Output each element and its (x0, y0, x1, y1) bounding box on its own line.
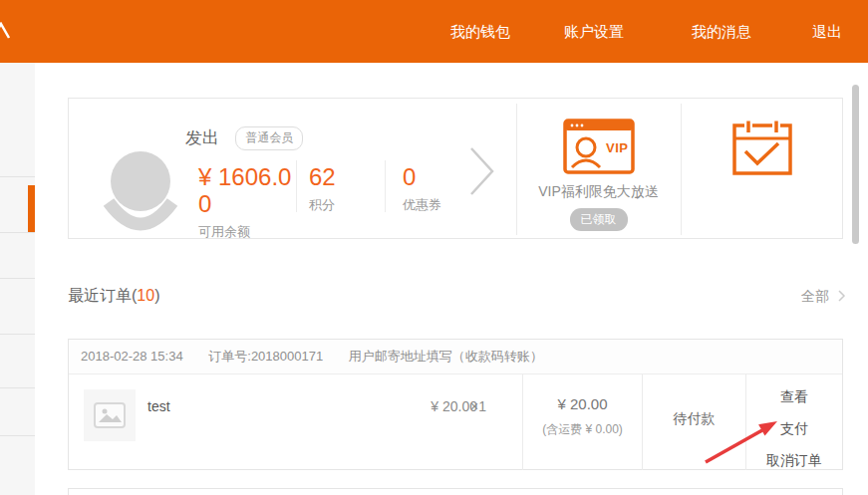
coupons-value: 0 (403, 164, 441, 191)
shipping-note: (含运费 ¥ 0.00) (523, 421, 642, 438)
coupons-label: 优惠券 (403, 196, 441, 214)
vip-window-icon: VIP (563, 119, 635, 174)
order-status: 待付款 (642, 374, 745, 470)
calendar-check-icon (681, 120, 844, 181)
sidebar-item-active[interactable] (0, 177, 35, 233)
total-cell: ¥ 20.00 (含运费 ¥ 0.00) (522, 374, 642, 470)
nav-my-wallet[interactable]: 我的钱包 (450, 0, 510, 63)
action-pay[interactable]: 支付 (746, 420, 842, 438)
top-header: 我的钱包 账户设置 我的消息 退出 (0, 0, 868, 63)
sidebar-item[interactable] (0, 63, 35, 177)
view-all-label: 全部 (801, 288, 829, 304)
stat-coupons[interactable]: 0 优惠券 (403, 164, 441, 214)
recent-orders-title: 最近订单(10) (68, 286, 159, 307)
product-cell: test ¥ 20.00 ×1 (69, 374, 522, 470)
avatar (101, 150, 180, 234)
orders-title-close: ) (154, 287, 159, 304)
username: 发出 (185, 128, 219, 147)
vip-promo[interactable]: VIP VIP福利限免大放送 已领取 (516, 99, 681, 240)
user-info-card: 发出 普通会员 ¥ 1606.00 可用余额 62 积分 0 优惠券 (68, 98, 843, 239)
sidebar-item[interactable] (0, 335, 35, 388)
view-all-link[interactable]: 全部 (801, 288, 846, 306)
points-value: 62 (309, 164, 336, 191)
product-thumbnail[interactable] (84, 389, 136, 441)
sidebar-item[interactable] (0, 436, 35, 495)
scrollbar-thumb[interactable] (852, 85, 859, 244)
stat-balance[interactable]: ¥ 1606.00 可用余额 (198, 164, 298, 241)
vip-icon-text: VIP (606, 140, 628, 155)
vip-promo-label: VIP福利限免大放送 (516, 183, 681, 201)
nav-my-messages[interactable]: 我的消息 (692, 0, 751, 63)
left-sidebar (0, 63, 35, 495)
site-logo-icon[interactable] (0, 22, 11, 44)
order-note: 用户邮寄地址填写（收款码转账） (349, 349, 543, 364)
sidebar-item[interactable] (0, 233, 35, 279)
orders-title-text: 最近订单( (68, 287, 137, 304)
action-view[interactable]: 查看 (746, 388, 842, 406)
order-total: ¥ 20.00 (523, 395, 642, 412)
action-cancel-order[interactable]: 取消订单 (746, 452, 842, 470)
product-price: ¥ 20.00 (398, 398, 477, 414)
balance-label: 可用余额 (198, 223, 298, 241)
product-name[interactable]: test (147, 398, 170, 414)
nav-logout[interactable]: 退出 (812, 0, 842, 63)
nav-account-settings[interactable]: 账户设置 (564, 0, 624, 63)
order-header: 2018-02-28 15:34 订单号:2018000171 用户邮寄地址填写… (69, 340, 842, 374)
stat-points[interactable]: 62 积分 (309, 164, 336, 214)
order-card: 2018-02-28 15:34 订单号:2018000171 用户邮寄地址填写… (68, 339, 843, 470)
balance-value: ¥ 1606.00 (198, 164, 298, 218)
order-actions: 查看 支付 取消订单 (745, 374, 842, 470)
chevron-right-small-icon (837, 289, 846, 303)
order-number: 订单号:2018000171 (208, 349, 323, 364)
sidebar-item[interactable] (0, 279, 35, 335)
points-label: 积分 (309, 196, 336, 214)
image-placeholder-icon (94, 402, 126, 428)
stat-divider (385, 160, 386, 212)
orders-count: 10 (137, 287, 154, 304)
next-order-card-partial (68, 488, 843, 495)
calendar-promo[interactable] (681, 99, 844, 240)
sidebar-item[interactable] (0, 388, 35, 436)
claimed-badge[interactable]: 已领取 (570, 208, 628, 231)
order-datetime: 2018-02-28 15:34 (81, 349, 183, 364)
chevron-right-icon[interactable] (469, 146, 495, 200)
active-indicator (28, 185, 35, 232)
product-quantity: ×1 (470, 398, 486, 414)
stat-divider (296, 160, 297, 212)
username-row: 发出 普通会员 (185, 126, 303, 150)
order-row: test ¥ 20.00 ×1 ¥ 20.00 (含运费 ¥ 0.00) 待付款… (69, 374, 842, 470)
member-level-badge: 普通会员 (235, 126, 303, 150)
